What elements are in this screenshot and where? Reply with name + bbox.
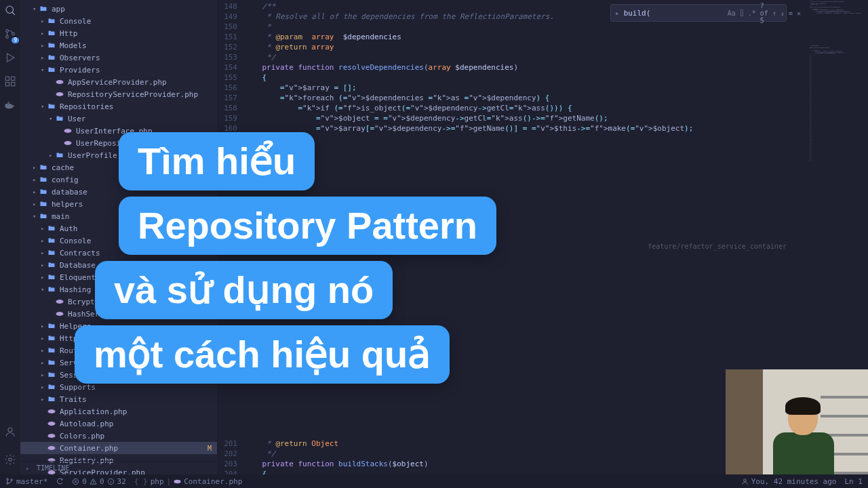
sync-status[interactable] (56, 477, 64, 485)
docker-icon[interactable] (4, 99, 16, 113)
settings-icon[interactable] (4, 453, 16, 468)
file-container-php[interactable]: Container.phpM (20, 442, 217, 454)
selection-icon[interactable]: ≡ (789, 9, 793, 17)
svg-point-3 (6, 36, 9, 39)
svg-point-0 (6, 6, 14, 14)
folder-app[interactable]: ▾app (20, 3, 217, 15)
overlay-text-2: Repository Pattern (119, 197, 496, 255)
account-icon[interactable] (4, 426, 16, 440)
folder-icon (47, 383, 57, 391)
source-control-icon[interactable]: 9 (4, 28, 16, 42)
svg-point-36 (7, 483, 9, 485)
php-icon (47, 420, 57, 428)
debug-icon[interactable] (4, 52, 16, 66)
svg-point-46 (174, 479, 181, 483)
folder-http[interactable]: ▸Http (20, 27, 217, 39)
svg-rect-7 (12, 77, 15, 80)
folder-icon (47, 395, 57, 403)
regex2-toggle[interactable]: .* (748, 9, 756, 17)
file-appserviceprovider-php[interactable]: AppServiceProvider.php (20, 76, 217, 88)
folder-icon (39, 212, 49, 220)
folder-icon (47, 224, 57, 232)
folder-icon (47, 273, 57, 281)
folder-icon (39, 188, 49, 196)
folder-icon (39, 200, 49, 208)
timeline-section[interactable]: ▸ TIMELINE (20, 461, 217, 474)
svg-rect-13 (7, 102, 9, 104)
find-input[interactable] (624, 9, 724, 18)
folder-icon (47, 102, 57, 110)
blame-status[interactable]: You, 42 minutes ago (741, 477, 837, 486)
lang-status[interactable]: { }php | Container.php (134, 477, 242, 486)
regex-toggle[interactable]: ⌷ (740, 9, 744, 17)
svg-point-47 (743, 479, 746, 481)
folder-console[interactable]: ▸Console (20, 15, 217, 27)
folder-icon (47, 285, 57, 293)
folder-icon (47, 346, 57, 354)
folder-icon (39, 176, 49, 184)
php-icon (56, 298, 65, 306)
svg-point-24 (48, 434, 56, 438)
folder-icon (39, 163, 49, 171)
branch-status[interactable]: master* (5, 477, 47, 486)
folder-icon (47, 66, 57, 74)
file-autoload-php[interactable]: Autoload.php (20, 418, 217, 430)
folder-icon (47, 371, 57, 379)
folder-icon (47, 359, 57, 367)
php-icon (47, 444, 57, 452)
svg-point-20 (56, 300, 64, 304)
activity-bar: 9 (0, 0, 20, 474)
match-case-toggle[interactable]: Aa (728, 9, 736, 17)
overlay-text-1: Tìm hiểu (119, 132, 315, 190)
folder-icon (47, 261, 57, 269)
svg-rect-8 (5, 83, 9, 86)
problems-status[interactable]: 0 0 32 (72, 477, 126, 486)
webcam-overlay (726, 369, 868, 474)
php-icon (64, 139, 73, 147)
folder-icon (47, 29, 57, 37)
close-icon[interactable]: ✕ (797, 9, 801, 17)
folder-providers[interactable]: ▾Providers (20, 64, 217, 76)
svg-point-37 (11, 479, 13, 481)
folder-icon (47, 41, 57, 49)
find-widget: ▸ Aa ⌷ .* ? of 5 ↑ ↓ ≡ ✕ (610, 4, 787, 22)
folder-icon (47, 322, 57, 330)
match-count: ? of 5 (760, 2, 768, 24)
file-colors-php[interactable]: Colors.php (20, 430, 217, 442)
svg-point-23 (48, 422, 56, 426)
scm-badge: 9 (12, 37, 19, 43)
svg-point-14 (8, 428, 12, 432)
svg-point-15 (9, 458, 12, 462)
svg-point-35 (7, 479, 9, 481)
svg-point-21 (56, 312, 64, 316)
php-icon (56, 78, 65, 86)
folder-icon (47, 17, 57, 25)
svg-point-17 (56, 92, 64, 96)
extensions-icon[interactable] (4, 75, 16, 89)
folder-user[interactable]: ▾User (20, 113, 217, 125)
folder-icon (47, 334, 57, 342)
file-repositoryserviceprovider-php[interactable]: RepositoryServiceProvider.php (20, 88, 217, 100)
svg-line-1 (12, 12, 15, 15)
cursor-pos[interactable]: Ln 1 (845, 477, 863, 486)
folder-models[interactable]: ▸Models (20, 39, 217, 52)
php-icon (47, 432, 57, 440)
svg-marker-5 (7, 54, 15, 62)
folder-icon (47, 237, 57, 245)
svg-point-18 (64, 129, 72, 133)
folder-icon (47, 54, 57, 62)
folder-observers[interactable]: ▸Observers (20, 52, 217, 64)
folder-traits[interactable]: ▸Traits (20, 393, 217, 405)
explorer-icon[interactable] (4, 4, 16, 18)
php-icon (56, 310, 65, 318)
next-match-icon[interactable]: ↓ (781, 9, 785, 17)
php-icon (47, 407, 57, 415)
file-application-php[interactable]: Application.php (20, 405, 217, 418)
folder-repositories[interactable]: ▾Repositories (20, 100, 217, 113)
prev-match-icon[interactable]: ↑ (772, 9, 776, 17)
folder-icon (56, 115, 65, 123)
svg-point-22 (48, 409, 56, 413)
svg-point-25 (48, 446, 56, 450)
overlay-text-4: một cách hiệu quả (75, 325, 450, 384)
git-branch-hint: feature/refactor_service_container (648, 243, 787, 250)
